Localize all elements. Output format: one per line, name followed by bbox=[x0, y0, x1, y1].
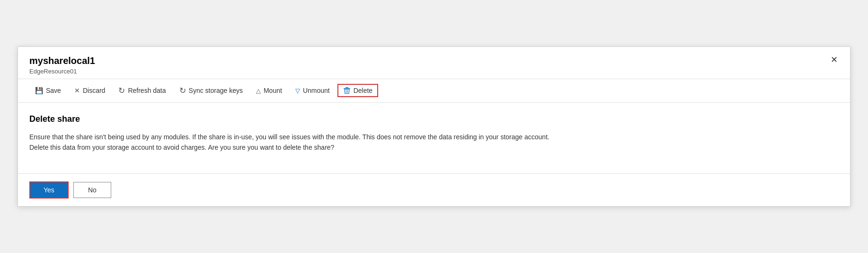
save-button[interactable]: Save bbox=[29, 83, 67, 98]
discard-label: Discard bbox=[83, 87, 105, 94]
close-button[interactable]: ✕ bbox=[827, 54, 841, 66]
unmount-icon bbox=[295, 86, 300, 95]
yes-button[interactable]: Yes bbox=[29, 181, 69, 199]
refresh-label: Refresh data bbox=[128, 87, 166, 94]
mount-icon bbox=[256, 86, 261, 95]
dialog-header: mysharelocal1 EdgeResource01 ✕ bbox=[18, 47, 850, 79]
mount-label: Mount bbox=[264, 87, 282, 94]
dialog-subtitle: EdgeResource01 bbox=[29, 68, 839, 75]
svg-rect-0 bbox=[345, 87, 348, 88]
no-button[interactable]: No bbox=[73, 182, 111, 198]
sync-button[interactable]: Sync storage keys bbox=[174, 83, 248, 99]
unmount-button[interactable]: Unmount bbox=[290, 83, 336, 98]
delete-label: Delete bbox=[354, 87, 372, 94]
dialog-footer: Yes No bbox=[18, 173, 850, 206]
svg-rect-1 bbox=[344, 88, 350, 89]
discard-button[interactable]: Discard bbox=[69, 83, 111, 98]
dialog: mysharelocal1 EdgeResource01 ✕ Save Disc… bbox=[18, 46, 850, 207]
unmount-label: Unmount bbox=[303, 87, 330, 94]
section-title: Delete share bbox=[29, 114, 839, 124]
dialog-title: mysharelocal1 bbox=[29, 54, 839, 67]
discard-icon bbox=[74, 86, 80, 95]
refresh-button[interactable]: Refresh data bbox=[113, 83, 171, 99]
save-label: Save bbox=[46, 87, 61, 94]
save-icon bbox=[35, 86, 43, 95]
sync-label: Sync storage keys bbox=[189, 87, 243, 94]
mount-button[interactable]: Mount bbox=[250, 83, 288, 98]
dialog-body: Delete share Ensure that the share isn't… bbox=[18, 103, 850, 174]
section-text: Ensure that the share isn't being used b… bbox=[29, 132, 550, 153]
delete-button[interactable]: Delete bbox=[337, 84, 378, 97]
toolbar: Save Discard Refresh data Sync storage k… bbox=[18, 79, 850, 103]
delete-icon bbox=[343, 87, 351, 94]
sync-icon bbox=[179, 86, 186, 96]
refresh-icon bbox=[118, 86, 125, 96]
